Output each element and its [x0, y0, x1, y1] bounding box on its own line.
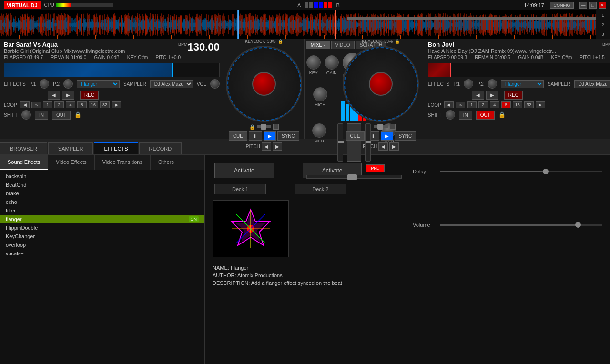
- video-effects-tab[interactable]: Video Effects: [48, 155, 94, 170]
- deck-right-sampler-next[interactable]: ▶: [486, 91, 498, 100]
- deck-left-out-btn[interactable]: OUT: [52, 111, 71, 120]
- effect-backspin[interactable]: backspin: [0, 172, 204, 181]
- deck-right-loop-16[interactable]: 16: [513, 101, 522, 108]
- deck-left-loop-8[interactable]: 8: [77, 101, 87, 108]
- deck-right-loop-nav-left[interactable]: ◀: [444, 101, 454, 108]
- sync-left[interactable]: SYNC: [277, 131, 299, 141]
- deck-left-loop-16[interactable]: 16: [89, 101, 98, 108]
- effect-flanger[interactable]: flanger ON: [0, 215, 204, 223]
- effect-overloop[interactable]: overloop: [0, 241, 204, 249]
- deck-right-sampler-select[interactable]: DJ Alex Mazur: [574, 80, 610, 88]
- pitch-handle-left[interactable]: [261, 124, 266, 130]
- browser-tab[interactable]: BROWSER: [0, 142, 47, 154]
- pitch-right-up[interactable]: ▶: [389, 142, 399, 151]
- pitch-handle-right[interactable]: [377, 124, 383, 130]
- deck-left-sampler-prev[interactable]: ◀: [48, 91, 60, 100]
- deck1-btn[interactable]: Deck 1: [214, 184, 266, 194]
- sampler-tab[interactable]: SAMPLER: [48, 142, 93, 154]
- effects-tab[interactable]: EFFECTS: [94, 142, 138, 154]
- effect-flippindouble[interactable]: FlippinDouble: [0, 223, 204, 232]
- others-tab[interactable]: Others: [151, 155, 182, 170]
- effect-brake[interactable]: brake: [0, 189, 204, 198]
- delay-slider-track[interactable]: [440, 171, 602, 172]
- effect-beatgrid[interactable]: BeatGrid: [0, 181, 204, 189]
- delay-slider-handle[interactable]: [543, 169, 549, 174]
- deck-right-loop-2[interactable]: 2: [478, 101, 488, 108]
- pitch-slider-right[interactable]: [374, 125, 388, 128]
- deck-left-vol-knob[interactable]: [210, 79, 220, 89]
- video-transitions-tab[interactable]: Video Transitions: [95, 155, 151, 170]
- deck-left-p2-knob[interactable]: [63, 79, 73, 89]
- deck-right-shift-knob[interactable]: [446, 110, 455, 120]
- cue-right[interactable]: CUE: [346, 131, 364, 141]
- deck-left-loop-nav-left[interactable]: ◀: [20, 101, 30, 108]
- deck-left-waveform[interactable]: [4, 63, 220, 77]
- play-left[interactable]: ▶: [264, 131, 276, 141]
- deck-right-loop-nav-right[interactable]: ▶: [536, 101, 545, 108]
- effect-echo[interactable]: echo: [0, 198, 204, 206]
- deck-left-loop-1-8[interactable]: ⅛: [31, 102, 41, 108]
- high-l-knob[interactable]: [313, 87, 327, 101]
- volume-slider-track[interactable]: [440, 224, 602, 226]
- deck-left-sampler-next[interactable]: ▶: [62, 91, 74, 100]
- record-tab[interactable]: RECORD: [139, 142, 182, 154]
- effect-vocals[interactable]: vocals+: [0, 249, 204, 258]
- gain-knob[interactable]: [325, 55, 339, 70]
- crossfader-handle[interactable]: [347, 174, 357, 180]
- fader-left[interactable]: [337, 123, 343, 162]
- deck-right-rec[interactable]: REC: [504, 91, 523, 100]
- crossfader-track[interactable]: [306, 175, 402, 179]
- deck-right-loop-1[interactable]: 1: [467, 101, 477, 108]
- deck-left-sampler-select[interactable]: DJ Alex Mazur: [150, 80, 193, 88]
- volume-slider-handle[interactable]: [575, 222, 581, 228]
- effect-keychanger[interactable]: KeyChanger: [0, 232, 204, 241]
- deck-right-sampler-prev[interactable]: ◀: [472, 91, 484, 100]
- deck-left-loop-2[interactable]: 2: [54, 101, 64, 108]
- med-l-knob[interactable]: [312, 123, 326, 138]
- deck-left-p1-knob[interactable]: [40, 79, 49, 89]
- deck-left-loop-nav-right[interactable]: ▶: [112, 101, 121, 108]
- play-right[interactable]: ▶: [381, 131, 393, 141]
- deck-right-fx-select[interactable]: Flanger: [501, 80, 544, 88]
- pitch-right-down[interactable]: ◀: [378, 142, 388, 151]
- close-button[interactable]: ✕: [599, 2, 606, 9]
- deck-right-loop-4[interactable]: 4: [490, 101, 499, 108]
- pitch-slider-left[interactable]: [257, 125, 271, 128]
- sync-right[interactable]: SYNC: [395, 131, 417, 141]
- activate-btn-1[interactable]: Activate: [214, 163, 274, 178]
- deck-left-loop-1[interactable]: 1: [43, 101, 52, 108]
- deck-left-fx-select[interactable]: Flanger: [77, 80, 120, 88]
- fader-right-handle[interactable]: [366, 141, 371, 143]
- sound-effects-tab[interactable]: Sound Effects: [0, 155, 48, 170]
- deck-left-shift-knob[interactable]: [21, 110, 31, 120]
- deck-left-rec[interactable]: REC: [80, 91, 99, 100]
- deck2-btn[interactable]: Deck 2: [295, 184, 346, 194]
- fader-left-handle[interactable]: [338, 141, 344, 143]
- mixer-tab[interactable]: MIXER: [306, 41, 330, 49]
- deck-left-loop-32[interactable]: 32: [100, 101, 110, 108]
- turntable-left[interactable]: [224, 44, 304, 124]
- maximize-button[interactable]: □: [589, 2, 597, 9]
- key-knob[interactable]: [306, 55, 321, 70]
- pitch-left-up[interactable]: ▶: [273, 142, 282, 151]
- deck-right-loop-8[interactable]: 8: [501, 101, 511, 108]
- cue-left[interactable]: CUE: [229, 131, 247, 141]
- deck-right-p2-knob[interactable]: [488, 79, 497, 89]
- deck-right-waveform[interactable]: [428, 63, 610, 77]
- waveform-right[interactable]: [305, 10, 610, 39]
- pause-left[interactable]: ⏸: [249, 131, 262, 141]
- waveform-left[interactable]: [0, 10, 305, 39]
- effect-filter[interactable]: filter: [0, 206, 204, 215]
- deck-right-out-btn[interactable]: OUT: [476, 111, 495, 120]
- deck-left-in-btn[interactable]: IN: [35, 111, 48, 120]
- fader-right[interactable]: [365, 123, 371, 162]
- turntable-right[interactable]: [341, 44, 421, 124]
- minimize-button[interactable]: —: [580, 2, 587, 9]
- deck-right-p1-knob[interactable]: [464, 79, 473, 89]
- deck-left-loop-4[interactable]: 4: [66, 101, 75, 108]
- deck-right-in-btn[interactable]: IN: [459, 111, 472, 120]
- deck-right-loop-32[interactable]: 32: [524, 101, 534, 108]
- pitch-left-down[interactable]: ◀: [262, 142, 271, 151]
- config-button[interactable]: CONFIG: [550, 2, 574, 9]
- deck-right-loop-1-8[interactable]: ⅛: [456, 102, 465, 108]
